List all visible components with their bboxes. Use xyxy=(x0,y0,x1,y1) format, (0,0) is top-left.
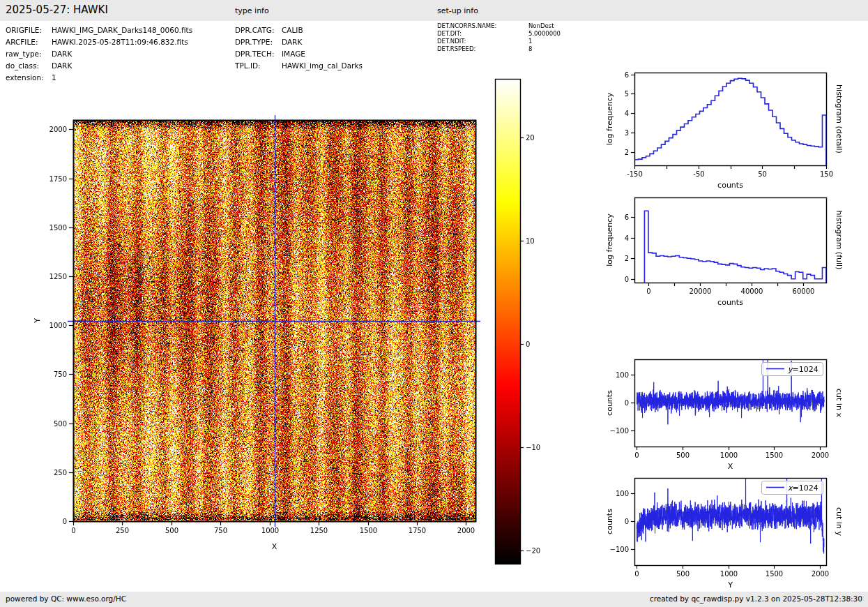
header-bar: 2025-05-27: HAWKI type info set-up info xyxy=(0,0,868,21)
type-info-heading: type info xyxy=(235,6,269,15)
meta-value: NonDest xyxy=(528,22,554,30)
meta-label: DET.DIT: xyxy=(437,30,528,38)
meta-value: 1 xyxy=(528,38,532,45)
meta-label: DPR.TECH: xyxy=(235,48,282,60)
meta-label: ORIGFILE: xyxy=(6,24,52,36)
meta-value: 5.0000000 xyxy=(528,30,561,38)
meta-row-doclass: do_class:DARK xyxy=(6,60,192,72)
meta-label: raw_type: xyxy=(6,48,52,60)
footer-bar: powered by QC: www.eso.org/HC created by… xyxy=(0,592,868,607)
footer-created-by: created by qc_rawdisp.py v1.2.3 on 2025-… xyxy=(650,594,862,603)
page-title: 2025-05-27: HAWKI xyxy=(6,3,108,16)
meta-value: 8 xyxy=(528,45,532,53)
figure-canvas xyxy=(0,0,868,607)
type-info-block: DPR.CATG:CALIB DPR.TYPE:DARK DPR.TECH:IM… xyxy=(235,24,363,72)
meta-label: DPR.TYPE: xyxy=(235,36,282,48)
meta-row-dpr-catg: DPR.CATG:CALIB xyxy=(235,24,363,36)
meta-label: do_class: xyxy=(6,60,52,72)
setup-info-block: DET.NCORRS.NAME:NonDest DET.DIT:5.000000… xyxy=(437,22,561,53)
meta-label: TPL.ID: xyxy=(235,60,282,72)
meta-row-tplid: TPL.ID:HAWKI_img_cal_Darks xyxy=(235,60,363,72)
footer-powered-by: powered by QC: www.eso.org/HC xyxy=(6,594,126,603)
meta-row-dpr-type: DPR.TYPE:DARK xyxy=(235,36,363,48)
meta-row-rspeed: DET.RSPEED:8 xyxy=(437,45,561,53)
setup-info-heading: set-up info xyxy=(437,6,478,15)
meta-value: DARK xyxy=(52,48,72,60)
meta-row-ncorrs: DET.NCORRS.NAME:NonDest xyxy=(437,22,561,30)
meta-value: HAWKI.2025-05-28T11:09:46.832.fits xyxy=(52,36,188,48)
meta-value: DARK xyxy=(282,36,302,48)
meta-label: extension: xyxy=(6,72,52,84)
meta-label: DET.RSPEED: xyxy=(437,45,528,53)
meta-label: DET.NDIT: xyxy=(437,38,528,45)
file-info-block: ORIGFILE:HAWKI_IMG_DARK_Darks148_0060.fi… xyxy=(6,24,192,84)
meta-label: DET.NCORRS.NAME: xyxy=(437,22,528,30)
meta-row-origfile: ORIGFILE:HAWKI_IMG_DARK_Darks148_0060.fi… xyxy=(6,24,192,36)
meta-value: HAWKI_IMG_DARK_Darks148_0060.fits xyxy=(52,24,192,36)
meta-row-extension: extension:1 xyxy=(6,72,192,84)
meta-value: DARK xyxy=(52,60,72,72)
meta-value: CALIB xyxy=(282,24,303,36)
meta-row-dpr-tech: DPR.TECH:IMAGE xyxy=(235,48,363,60)
meta-value: HAWKI_img_cal_Darks xyxy=(282,60,363,72)
meta-row-dit: DET.DIT:5.0000000 xyxy=(437,30,561,38)
meta-row-arcfile: ARCFILE:HAWKI.2025-05-28T11:09:46.832.fi… xyxy=(6,36,192,48)
meta-value: 1 xyxy=(52,72,56,84)
meta-row-rawtype: raw_type:DARK xyxy=(6,48,192,60)
meta-row-ndit: DET.NDIT:1 xyxy=(437,38,561,45)
meta-value: IMAGE xyxy=(282,48,305,60)
meta-label: ARCFILE: xyxy=(6,36,52,48)
qc-report-page: 2025-05-27: HAWKI type info set-up info … xyxy=(0,0,868,607)
meta-label: DPR.CATG: xyxy=(235,24,282,36)
